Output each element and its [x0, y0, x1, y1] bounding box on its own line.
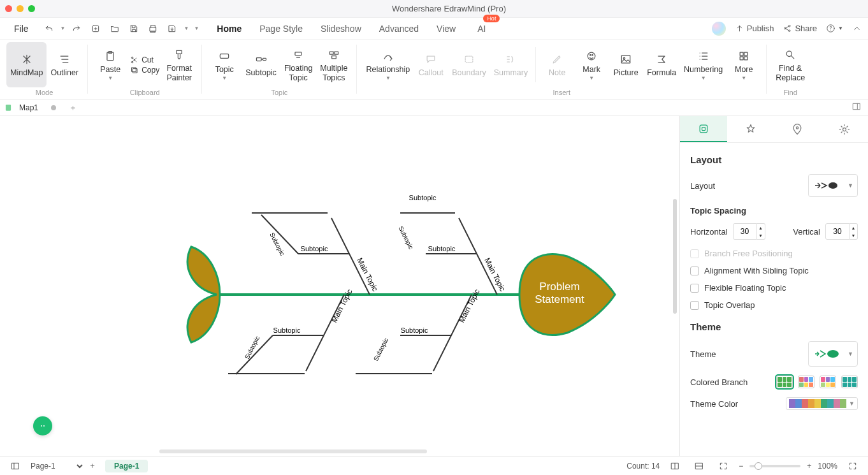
document-tab-map1[interactable]: Map1: [13, 101, 62, 114]
format-painter-button[interactable]: Format Painter: [162, 42, 196, 87]
subtopic-label[interactable]: Subtopic: [428, 245, 456, 252]
topic-button[interactable]: Topic ▼: [207, 42, 242, 87]
flexible-floating-checkbox[interactable]: [690, 284, 699, 293]
side-tab-style[interactable]: [727, 116, 774, 142]
view-mode-2-button[interactable]: [690, 460, 708, 472]
theme-color-selector[interactable]: ▼: [786, 397, 858, 410]
horizontal-spacing-input[interactable]: ▲▼: [733, 223, 765, 240]
colored-branch-option-2[interactable]: [798, 376, 814, 388]
mark-button[interactable]: Mark ▼: [574, 42, 609, 87]
picture-button[interactable]: Picture: [609, 42, 643, 87]
theme-selector[interactable]: ▼: [808, 341, 858, 367]
window-maximize-button[interactable]: [28, 5, 35, 12]
publish-button[interactable]: Publish: [735, 24, 774, 33]
colored-branch-option-1[interactable]: [776, 376, 793, 388]
main-topic-label[interactable]: Main Topic: [329, 288, 354, 324]
subtopic-label[interactable]: Subtopic: [268, 231, 286, 257]
share-button[interactable]: Share: [783, 24, 817, 33]
tab-home[interactable]: Home: [214, 20, 244, 38]
numbering-button[interactable]: Numbering ▼: [680, 42, 727, 87]
add-tab-button[interactable]: ＋: [66, 101, 79, 114]
subtopic-button[interactable]: Subtopic: [242, 42, 280, 87]
collapse-ribbon-button[interactable]: [852, 24, 862, 33]
page-list-button[interactable]: [6, 460, 24, 472]
spin-down-icon[interactable]: ▼: [850, 231, 857, 239]
zoom-out-button[interactable]: −: [739, 462, 743, 471]
align-sibling-checkbox-row[interactable]: Alignment With Sibling Topic: [690, 266, 858, 275]
multiple-topics-button[interactable]: Multiple Topics: [316, 42, 351, 87]
mindmap-mode-button[interactable]: MindMap: [6, 42, 47, 87]
subtopic-label[interactable]: Subtopic: [409, 194, 437, 201]
spin-up-icon[interactable]: ▲: [850, 224, 857, 231]
fishbone-diagram[interactable]: Problem Statement Main Topic Main Topic …: [0, 116, 679, 456]
cut-button[interactable]: Cut: [130, 55, 159, 64]
window-minimize-button[interactable]: [17, 5, 24, 12]
note-button[interactable]: Note: [540, 42, 574, 87]
outliner-mode-button[interactable]: Outliner: [47, 42, 82, 87]
layout-selector[interactable]: ▼: [808, 174, 858, 197]
flexible-floating-checkbox-row[interactable]: Flexible Floating Topic: [690, 283, 858, 293]
floating-topic-button[interactable]: Floating Topic: [280, 42, 316, 87]
main-topic-label[interactable]: Main Topic: [482, 256, 507, 293]
save-button[interactable]: [126, 21, 141, 36]
print-button[interactable]: [145, 21, 161, 36]
boundary-button[interactable]: Boundary: [448, 42, 490, 87]
current-page-chip[interactable]: Page-1: [105, 460, 148, 472]
zoom-slider[interactable]: [749, 465, 800, 467]
chat-assistant-button[interactable]: [33, 416, 52, 435]
redo-button[interactable]: [69, 21, 84, 36]
more-button[interactable]: More ▼: [727, 42, 761, 87]
subtopic-label[interactable]: Subtopic: [401, 326, 428, 334]
paste-button[interactable]: Paste ▼: [93, 42, 127, 87]
horizontal-scrollbar[interactable]: [159, 449, 427, 453]
main-topic-label[interactable]: Main Topic: [355, 256, 379, 293]
main-topic-label[interactable]: Main Topic: [457, 288, 481, 324]
topic-overlap-checkbox[interactable]: [690, 301, 699, 310]
spin-down-icon[interactable]: ▼: [757, 231, 765, 239]
tab-page-style[interactable]: Page Style: [257, 20, 305, 38]
chevron-down-icon[interactable]: ▼: [184, 26, 189, 31]
subtopic-label[interactable]: Subtopic: [397, 225, 414, 251]
zoom-in-button[interactable]: +: [807, 462, 811, 471]
window-close-button[interactable]: [5, 5, 12, 12]
colored-branch-option-4[interactable]: [841, 376, 858, 388]
chevron-down-icon[interactable]: ▼: [61, 26, 66, 31]
subtopic-label[interactable]: Subtopic: [301, 245, 328, 252]
horizontal-spacing-field[interactable]: [733, 223, 757, 240]
vertical-spacing-field[interactable]: [825, 223, 850, 240]
colored-branch-option-3[interactable]: [820, 376, 836, 388]
add-page-button[interactable]: ＋: [85, 459, 100, 472]
panel-toggle-button[interactable]: [851, 101, 862, 113]
vertical-scrollbar[interactable]: [673, 199, 677, 314]
view-mode-1-button[interactable]: [666, 460, 684, 472]
side-tab-layout[interactable]: [680, 116, 727, 142]
tab-ai[interactable]: AI: [475, 20, 488, 38]
file-menu[interactable]: File: [6, 21, 36, 36]
side-tab-location[interactable]: [774, 116, 821, 142]
export-button[interactable]: [164, 21, 180, 36]
tab-slideshow[interactable]: Slideshow: [318, 20, 364, 38]
new-button[interactable]: [88, 21, 103, 36]
fullscreen-button[interactable]: [844, 460, 862, 472]
formula-button[interactable]: Formula: [643, 42, 680, 87]
zoom-thumb[interactable]: [755, 462, 762, 470]
canvas[interactable]: Problem Statement Main Topic Main Topic …: [0, 116, 679, 456]
callout-button[interactable]: Callout: [414, 42, 448, 87]
subtopic-label[interactable]: Subtopic: [372, 337, 389, 362]
summary-button[interactable]: Summary: [490, 42, 532, 87]
chevron-down-icon[interactable]: ▼: [194, 26, 199, 31]
page-selector[interactable]: Page-1: [24, 460, 85, 472]
user-avatar[interactable]: [712, 22, 726, 36]
copy-button[interactable]: Copy: [130, 66, 159, 75]
find-replace-button[interactable]: Find & Replace: [772, 42, 809, 87]
open-button[interactable]: [107, 21, 122, 36]
topic-overlap-checkbox-row[interactable]: Topic Overlap: [690, 300, 858, 310]
undo-button[interactable]: [41, 21, 57, 36]
subtopic-label[interactable]: Subtopic: [273, 326, 301, 334]
align-sibling-checkbox[interactable]: [690, 267, 699, 275]
tab-view[interactable]: View: [434, 20, 458, 38]
fish-tail[interactable]: [187, 247, 220, 342]
vertical-spacing-input[interactable]: ▲▼: [825, 223, 858, 240]
help-button[interactable]: ▼: [826, 24, 843, 33]
fit-page-button[interactable]: [714, 460, 732, 472]
